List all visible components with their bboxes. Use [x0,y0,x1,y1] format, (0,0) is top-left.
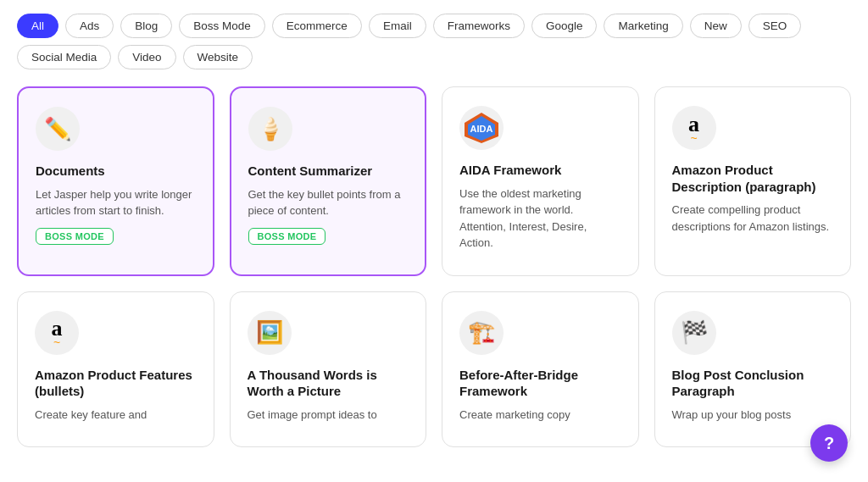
card-content-summarizer[interactable]: 🍦Content SummarizerGet the key bullet po… [230,86,427,276]
filter-tag-new[interactable]: New [690,14,742,38]
card-title-content-summarizer: Content Summarizer [248,163,409,180]
card-desc-aida-framework: Use the oldest marketing framework in th… [459,186,621,252]
filter-tag-all[interactable]: All [17,14,58,38]
card-title-documents: Documents [36,163,196,180]
card-icon-amazon-product-desc: a ~ [672,106,716,150]
filter-tag-social-media[interactable]: Social Media [17,45,111,69]
card-icon-thousand-words: 🖼️ [248,311,292,355]
help-button[interactable]: ? [810,424,848,462]
card-title-aida-framework: AIDA Framework [459,162,621,179]
card-icon-amazon-product-features: a ~ [35,311,79,355]
card-title-blog-post-conclusion: Blog Post Conclusion Paragraph [672,367,834,400]
card-title-before-after-bridge: Before-After-Bridge Framework [459,367,621,400]
card-desc-thousand-words: Get image prompt ideas to [248,407,409,424]
card-before-after-bridge[interactable]: 🏗️Before-After-Bridge FrameworkCreate ma… [442,291,639,448]
card-title-amazon-product-desc: Amazon Product Description (paragraph) [672,162,834,195]
card-grid: ✏️DocumentsLet Jasper help you write lon… [17,86,851,447]
card-desc-content-summarizer: Get the key bullet points from a piece o… [248,186,409,219]
card-icon-content-summarizer: 🍦 [248,107,292,151]
card-desc-amazon-product-features: Create key feature and [35,407,197,424]
card-blog-post-conclusion[interactable]: 🏁Blog Post Conclusion ParagraphWrap up y… [654,291,852,448]
card-icon-documents: ✏️ [36,107,80,151]
card-title-thousand-words: A Thousand Words is Worth a Picture [248,367,409,400]
svg-text:AIDA: AIDA [470,124,493,134]
filter-tag-video[interactable]: Video [118,45,175,69]
filter-tag-blog[interactable]: Blog [120,14,172,38]
card-badge-content-summarizer: BOSS MODE [248,228,326,245]
filter-bar: AllAdsBlogBoss ModeEcommerceEmailFramewo… [17,14,851,69]
card-icon-aida-framework: AIDA [459,106,504,150]
card-title-amazon-product-features: Amazon Product Features (bullets) [35,367,197,400]
filter-tag-email[interactable]: Email [369,14,426,38]
card-aida-framework[interactable]: AIDA AIDA FrameworkUse the oldest market… [442,86,639,276]
card-amazon-product-features[interactable]: a ~ Amazon Product Features (bullets)Cre… [17,291,214,448]
card-icon-before-after-bridge: 🏗️ [459,311,504,355]
card-amazon-product-desc[interactable]: a ~ Amazon Product Description (paragrap… [654,86,852,276]
card-desc-blog-post-conclusion: Wrap up your blog posts [672,407,834,424]
filter-tag-boss-mode[interactable]: Boss Mode [179,14,265,38]
card-desc-amazon-product-desc: Create compelling product descriptions f… [672,202,834,235]
filter-tag-ecommerce[interactable]: Ecommerce [272,14,362,38]
filter-tag-marketing[interactable]: Marketing [604,14,682,38]
filter-tag-google[interactable]: Google [531,14,598,38]
filter-tag-website[interactable]: Website [183,45,253,69]
card-desc-documents: Let Jasper help you write longer article… [36,186,196,219]
card-desc-before-after-bridge: Create marketing copy [459,407,621,424]
card-badge-documents: BOSS MODE [36,228,114,245]
card-documents[interactable]: ✏️DocumentsLet Jasper help you write lon… [17,86,214,276]
filter-tag-seo[interactable]: SEO [748,14,802,38]
card-thousand-words[interactable]: 🖼️A Thousand Words is Worth a PictureGet… [230,291,427,448]
filter-tag-ads[interactable]: Ads [65,14,114,38]
card-icon-blog-post-conclusion: 🏁 [672,311,716,355]
filter-tag-frameworks[interactable]: Frameworks [433,14,525,38]
